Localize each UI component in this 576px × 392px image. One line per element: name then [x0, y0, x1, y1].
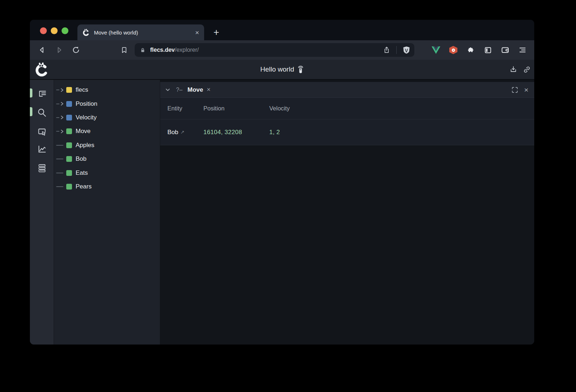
tree-item-label[interactable]: Move — [76, 128, 91, 135]
minimize-window-button[interactable] — [51, 27, 58, 34]
column-header-velocity: Velocity — [269, 105, 534, 112]
extension-hexagon-button[interactable] — [449, 46, 458, 54]
expand-arrow-icon[interactable] — [56, 88, 65, 92]
lock-icon — [140, 47, 146, 53]
tab-title: Move (hello world) — [94, 29, 195, 36]
explorer-header: Hello world — [30, 60, 534, 80]
tree-item-apples[interactable]: Apples — [54, 138, 160, 152]
wallet-button[interactable] — [501, 46, 509, 54]
expand-arrow-icon[interactable] — [56, 115, 65, 120]
forward-button[interactable] — [55, 46, 63, 54]
extensions-button[interactable] — [466, 46, 475, 54]
tree-item-label[interactable]: flecs — [76, 86, 88, 94]
brave-shields-button[interactable] — [402, 46, 411, 54]
entity-color-swatch — [66, 184, 72, 190]
close-window-button[interactable] — [40, 27, 47, 34]
memory-rows-icon — [37, 163, 47, 173]
stats-button[interactable] — [37, 144, 47, 154]
entity-color-swatch — [66, 156, 72, 162]
tree-item-label[interactable]: Velocity — [76, 114, 97, 121]
back-button[interactable] — [38, 46, 46, 54]
entity-color-swatch — [66, 142, 72, 148]
tree-item-eats[interactable]: Eats — [54, 166, 160, 179]
tab-close-icon[interactable]: × — [195, 29, 199, 36]
entity-cell[interactable]: Bob ↗ — [167, 129, 203, 136]
tree-item-move[interactable]: Move — [54, 124, 160, 138]
bookmark-icon — [120, 46, 128, 54]
url-bar[interactable]: flecs.dev/explorer/ — [135, 43, 414, 57]
tree-item-velocity[interactable]: Velocity — [54, 111, 160, 124]
icon-rail — [30, 80, 54, 345]
memory-button[interactable] — [37, 163, 47, 173]
entity-color-swatch — [66, 170, 72, 176]
leaf-connector — [56, 145, 65, 146]
download-icon — [509, 65, 517, 73]
velocity-value: 1, 2 — [269, 129, 534, 136]
url-text: flecs.dev/explorer/ — [150, 47, 199, 53]
explorer-content: flecs Position Velocity Move Apples — [30, 80, 534, 345]
share-button[interactable] — [382, 46, 391, 54]
wallet-icon — [501, 46, 509, 54]
column-header-position: Position — [203, 105, 269, 112]
browser-tab[interactable]: Move (hello world) × — [77, 24, 204, 40]
vue-devtools-button[interactable] — [432, 46, 440, 54]
query-clear-icon[interactable]: × — [207, 86, 211, 94]
sidebar-toggle-button[interactable] — [483, 46, 492, 54]
tree-view-icon — [37, 89, 47, 99]
tree-item-label[interactable]: Pears — [76, 183, 91, 190]
tree-item-label[interactable]: Bob — [76, 155, 86, 163]
tree-item-label[interactable]: Apples — [76, 142, 94, 149]
expand-arrow-icon[interactable] — [56, 129, 65, 134]
search-icon — [37, 108, 47, 118]
module-color-swatch — [66, 87, 72, 93]
puzzle-icon — [467, 46, 475, 54]
fullscreen-icon[interactable] — [512, 87, 518, 93]
flecs-logo — [35, 62, 49, 77]
bookmark-button[interactable] — [120, 46, 129, 54]
zoom-window-button[interactable] — [62, 27, 68, 34]
query-type-icon: ?– — [176, 87, 183, 93]
browser-toolbar: flecs.dev/explorer/ — [30, 40, 534, 60]
sidebar-panel-icon — [484, 46, 492, 54]
back-icon — [38, 46, 46, 54]
reload-icon — [72, 46, 80, 54]
tree-item-bob[interactable]: Bob — [54, 152, 160, 166]
active-indicator-search — [30, 107, 32, 116]
tree-item-label[interactable]: Position — [76, 100, 97, 108]
column-header-entity: Entity — [167, 105, 203, 112]
entity-color-swatch — [66, 128, 72, 134]
url-bar-divider — [396, 46, 397, 54]
component-color-swatch — [66, 115, 72, 120]
tree-item-pears[interactable]: Pears — [54, 180, 160, 193]
query-panel-actions: × — [512, 86, 528, 94]
search-button[interactable] — [37, 108, 47, 118]
tree-item-label[interactable]: Eats — [76, 169, 88, 177]
tree-item-position[interactable]: Position — [54, 97, 160, 110]
tree-view-button[interactable] — [37, 89, 47, 99]
remote-connection-icon[interactable] — [298, 65, 304, 74]
brave-shield-icon — [402, 46, 411, 54]
query-result-table: Entity Position Velocity Bob ↗ 16104, 32… — [160, 98, 534, 145]
url-host: flecs.dev — [150, 47, 175, 53]
entity-link-icon[interactable]: ↗ — [180, 129, 184, 135]
entity-name[interactable]: Bob — [167, 129, 178, 136]
table-row[interactable]: Bob ↗ 16104, 32208 1, 2 — [160, 119, 534, 145]
download-button[interactable] — [509, 65, 518, 74]
tree-item-flecs[interactable]: flecs — [54, 83, 160, 97]
reload-button[interactable] — [72, 46, 80, 54]
tab-favicon-flecs — [82, 29, 90, 36]
entity-tree: flecs Position Velocity Move Apples — [54, 80, 160, 345]
header-actions — [509, 65, 531, 74]
expand-arrow-icon[interactable] — [56, 101, 65, 106]
close-panel-icon[interactable]: × — [524, 86, 528, 94]
share-link-button[interactable] — [522, 65, 531, 74]
leaf-connector — [56, 173, 65, 173]
forward-icon — [55, 46, 63, 54]
collapse-chevron-icon[interactable] — [165, 87, 170, 92]
browser-window: Move (hello world) × + flecs.dev/explo — [30, 20, 534, 345]
world-title: Hello world — [260, 65, 294, 73]
inspect-button[interactable] — [37, 127, 47, 137]
new-tab-button[interactable]: + — [211, 26, 222, 38]
browser-menu-button[interactable] — [518, 46, 527, 54]
query-title: Move — [188, 86, 203, 94]
